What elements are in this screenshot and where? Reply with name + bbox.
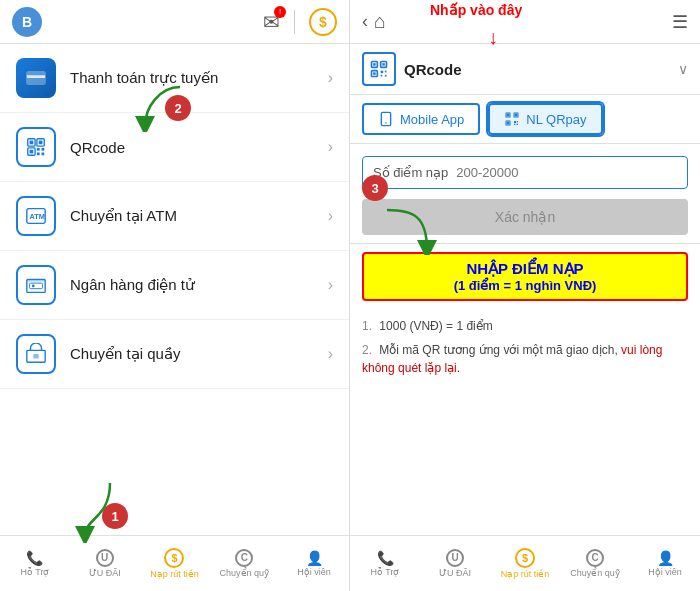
chuyenquy-icon-right: C [586, 549, 604, 567]
svg-rect-19 [33, 354, 39, 359]
svg-rect-5 [39, 141, 43, 145]
input-label: Số điểm nạp [373, 165, 448, 180]
svg-rect-15 [30, 283, 43, 289]
svg-rect-41 [517, 124, 518, 125]
svg-text:ATM: ATM [30, 212, 45, 221]
svg-rect-37 [507, 122, 510, 125]
svg-rect-10 [37, 153, 40, 156]
info-text-1: 1000 (VNĐ) = 1 điểm [379, 319, 492, 333]
menu-item-ebank[interactable]: Ngân hàng điện tử › [0, 251, 349, 320]
back-icon-right[interactable]: ‹ [362, 11, 368, 32]
qr-title: QRcode [404, 61, 678, 78]
tap-arrow-icon: ↓ [488, 26, 498, 49]
info-number-2: 2. [362, 343, 372, 357]
uudai-label: ƯU ĐÃI [89, 569, 121, 579]
payment-label: Thanh toán trực tuyến [70, 69, 328, 87]
nav-hoivien-left[interactable]: 👤 Hội viên [279, 536, 349, 591]
info-red-text: vui lòng không quét lặp lại. [362, 343, 662, 375]
nav-hotro-right[interactable]: 📞 Hỗ Trợ [350, 536, 420, 591]
naprutien-label-right: Nạp rút tiền [501, 570, 550, 580]
yellow-box-title: NHẬP ĐIỂM NẠP [376, 260, 674, 278]
menu-icon-right[interactable]: ☰ [672, 11, 688, 33]
info-list: 1. 1000 (VNĐ) = 1 điểm 2. Mỗi mã QR tươn… [350, 309, 700, 391]
tab-nlqrpay[interactable]: NL QRpay [488, 103, 602, 135]
badge-1: 1 [102, 503, 128, 529]
uudai-icon: U [96, 549, 114, 567]
naprutien-label: Nạp rút tiền [150, 570, 199, 580]
svg-rect-1 [27, 75, 45, 78]
yellow-highlight-box: NHẬP ĐIỂM NẠP (1 điểm = 1 nghìn VNĐ) [362, 252, 688, 301]
avatar: B [12, 7, 42, 37]
nav-chuyenquy-left[interactable]: C Chuyển quỹ [209, 536, 279, 591]
svg-rect-40 [514, 124, 515, 125]
hoivien-icon: 👤 [306, 550, 323, 566]
dropdown-arrow-icon[interactable]: ∨ [678, 61, 688, 77]
tab-nlqrpay-label: NL QRpay [526, 112, 586, 127]
svg-rect-11 [42, 153, 45, 156]
counter-icon [16, 334, 56, 374]
nav-naprutien-right[interactable]: $ Nạp rút tiền [490, 536, 560, 591]
nav-hotro-left[interactable]: 📞 Hỗ Trợ [0, 536, 70, 591]
menu-item-atm[interactable]: ATM Chuyển tại ATM › [0, 182, 349, 251]
atm-icon: ATM [16, 196, 56, 236]
svg-rect-3 [30, 141, 34, 145]
right-top-bar: ‹ ⌂ Nhấp vào đây ↓ ☰ [350, 0, 700, 44]
svg-rect-26 [381, 71, 384, 74]
svg-point-31 [385, 122, 386, 123]
ebank-label: Ngân hàng điện tử [70, 276, 328, 294]
dollar-icon[interactable]: $ [309, 8, 337, 36]
hoivien-icon-right: 👤 [657, 550, 674, 566]
svg-rect-28 [381, 75, 383, 77]
hotro-label-right: Hỗ Trợ [371, 568, 400, 578]
hotro-label: Hỗ Trợ [20, 568, 49, 578]
separator [294, 10, 295, 34]
tap-here-label: Nhấp vào đây [430, 2, 522, 18]
svg-rect-38 [514, 121, 516, 123]
qr-header-icon [362, 52, 396, 86]
confirm-button[interactable]: Xác nhận [362, 199, 688, 235]
qr-icon [16, 127, 56, 167]
chevron-right-icon: › [328, 207, 333, 225]
tab-mobileapp-label: Mobile App [400, 112, 464, 127]
svg-rect-8 [37, 148, 40, 151]
info-item-2: 2. Mỗi mã QR tương ứng với một mã giao d… [362, 341, 688, 377]
nav-uudai-left[interactable]: U ƯU ĐÃI [70, 536, 140, 591]
chuyenquy-label: Chuyển quỹ [220, 569, 270, 579]
left-bottom-nav: 📞 Hỗ Trợ U ƯU ĐÃI $ Nạp rút tiền C Chuyể… [0, 535, 349, 591]
home-icon-right[interactable]: ⌂ [374, 10, 386, 33]
naprutien-icon: $ [164, 548, 184, 568]
nav-hoivien-right[interactable]: 👤 Hội viên [630, 536, 700, 591]
svg-rect-35 [515, 114, 518, 117]
qrcode-label: QRcode [70, 139, 328, 156]
menu-item-qrcode[interactable]: QRcode › [0, 113, 349, 182]
nav-chuyenquy-right[interactable]: C Chuyển quỹ [560, 536, 630, 591]
qr-header: QRcode ∨ [350, 44, 700, 95]
mail-badge: ! [274, 6, 286, 18]
mail-wrapper[interactable]: ✉ ! [263, 10, 280, 34]
hoivien-label: Hội viên [297, 568, 331, 578]
svg-rect-9 [42, 148, 45, 151]
left-panel: B ✉ ! $ Thanh toán trực tuyến › [0, 0, 350, 591]
uudai-icon-right: U [446, 549, 464, 567]
naprutien-icon-right: $ [515, 548, 535, 568]
counter-label: Chuyển tại quầy [70, 345, 328, 363]
menu-item-counter[interactable]: Chuyển tại quầy › [0, 320, 349, 389]
input-row: Số điểm nạp [362, 156, 688, 189]
chevron-right-icon: › [328, 69, 333, 87]
left-top-bar: B ✉ ! $ [0, 0, 349, 44]
nav-naprutien-left[interactable]: $ Nạp rút tiền [140, 536, 210, 591]
badge-2: 2 [165, 95, 191, 121]
hoivien-label-right: Hội viên [648, 568, 682, 578]
atm-label: Chuyển tại ATM [70, 207, 328, 225]
chevron-right-icon: › [328, 276, 333, 294]
input-section: Số điểm nạp Xác nhận [350, 144, 700, 244]
right-bottom-nav: 📞 Hỗ Trợ U ƯU ĐÃI $ Nạp rút tiền C Chuyể… [350, 535, 700, 591]
tab-mobileapp[interactable]: Mobile App [362, 103, 480, 135]
tab-row: Mobile App NL QRpay [350, 95, 700, 144]
hotro-icon-right: 📞 [377, 550, 394, 566]
nav-uudai-right[interactable]: U ƯU ĐÃI [420, 536, 490, 591]
diem-nap-input[interactable] [456, 165, 677, 180]
svg-rect-21 [373, 63, 376, 65]
svg-rect-27 [385, 71, 387, 73]
yellow-box-subtitle: (1 điểm = 1 nghìn VNĐ) [376, 278, 674, 293]
